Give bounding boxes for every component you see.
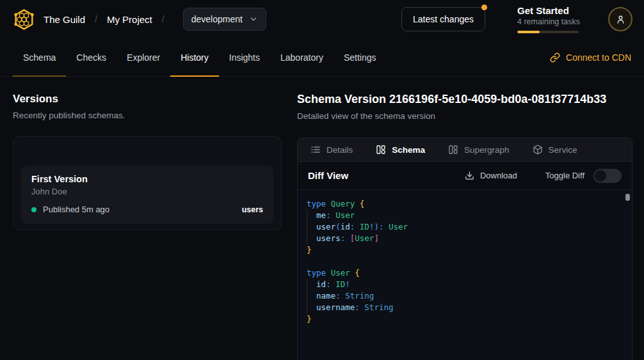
notification-dot [481, 4, 487, 10]
get-started-title: Get Started [517, 5, 579, 16]
nav-tab-checks[interactable]: Checks [66, 38, 117, 76]
version-list-item[interactable]: First Version John Doe Published 5m ago … [21, 166, 273, 224]
cube-icon [533, 145, 543, 155]
indent-guide [307, 210, 307, 244]
detail-tab-details[interactable]: Details [310, 145, 353, 155]
version-title: First Version [31, 174, 263, 184]
get-started-progressbar [517, 31, 579, 33]
main-content: Versions Recently published schemas. Fir… [0, 77, 644, 360]
breadcrumb: The Guild / My Project / [44, 14, 174, 25]
version-service-badge: users [242, 205, 263, 214]
tab-underline [13, 75, 66, 77]
code-line: username: String [307, 302, 616, 313]
code-line [307, 256, 616, 267]
versions-title: Versions [13, 93, 282, 106]
vertical-scrollbar-thumb[interactable] [625, 194, 630, 201]
nav-tab-label: Checks [76, 52, 106, 63]
download-icon [465, 171, 474, 180]
diff-view-title: Diff View [308, 170, 348, 181]
breadcrumb-org[interactable]: The Guild [44, 14, 85, 25]
schema-code-viewer[interactable]: type Query { me: User user(id: ID!): Use… [298, 189, 632, 360]
breadcrumb-separator: / [162, 14, 165, 24]
detail-tab-schema[interactable]: Schema [376, 145, 425, 155]
nav-tab-schema[interactable]: Schema [13, 38, 66, 76]
diff-toolbar: Diff View Download Toggle Diff [298, 162, 632, 189]
tab-underline [170, 75, 219, 77]
version-detail-panel: Details Schema [297, 137, 632, 360]
download-button[interactable]: Download [465, 171, 517, 180]
nav-tab-settings[interactable]: Settings [334, 38, 387, 76]
download-label: Download [480, 171, 517, 180]
code-line: } [307, 244, 616, 256]
get-started-subtitle: 4 remaining tasks [517, 17, 579, 26]
version-detail-subtitle: Detailed view of the schema version [297, 111, 632, 121]
code-line: user(id: ID!): User [307, 221, 616, 233]
toggle-diff-label: Toggle Diff [545, 171, 584, 180]
toggle-diff-switch[interactable] [593, 169, 622, 183]
columns-icon [448, 145, 458, 155]
breadcrumb-separator: / [95, 14, 97, 24]
detail-tab-supergraph[interactable]: Supergraph [448, 145, 510, 155]
version-detail: Schema Version 2166196f-5e10-4059-bd0a-0… [294, 77, 644, 360]
target-select-value: development [191, 14, 243, 24]
code-line: name: String [307, 290, 616, 302]
indent-guide [307, 279, 307, 313]
hive-logo-icon[interactable] [12, 7, 36, 31]
app-root: The Guild / My Project / development Lat… [0, 0, 644, 360]
nav-tab-insights[interactable]: Insights [219, 38, 270, 76]
version-meta-row: Published 5m ago users [31, 205, 263, 214]
code-line: type Query { [307, 198, 616, 210]
code-line: type User { [307, 267, 616, 279]
detail-tab-label: Supergraph [464, 145, 510, 155]
versions-card: First Version John Doe Published 5m ago … [13, 136, 282, 230]
latest-changes-button[interactable]: Latest changes [401, 7, 485, 31]
code-line: users: [User] [307, 233, 616, 244]
diff-actions: Download Toggle Diff [465, 169, 622, 183]
code-content: type Query { me: User user(id: ID!): Use… [307, 198, 616, 325]
tab-underline [66, 75, 117, 77]
connect-to-cdn-label: Connect to CDN [566, 52, 631, 63]
person-icon [615, 14, 626, 25]
nav-tab-label: Explorer [127, 52, 160, 63]
nav-tab-laboratory[interactable]: Laboratory [270, 38, 334, 76]
chevron-down-icon [249, 15, 258, 24]
detail-tab-service[interactable]: Service [533, 145, 577, 155]
detail-tab-label: Service [549, 145, 577, 155]
nav-tab-label: History [181, 52, 209, 63]
code-line: me: User [307, 210, 616, 221]
nav-tab-label: Laboratory [280, 52, 323, 63]
link-icon [550, 52, 560, 63]
latest-changes-label: Latest changes [413, 14, 474, 24]
detail-tabs: Details Schema [298, 138, 632, 162]
detail-tab-label: Details [326, 145, 353, 155]
progress-fill [517, 31, 540, 33]
detail-tab-label: Schema [392, 145, 425, 155]
version-detail-title: Schema Version 2166196f-5e10-4059-bd0a-0… [297, 93, 632, 106]
target-select[interactable]: development [183, 8, 266, 31]
primary-nav: Schema Checks Explorer History Insights … [0, 38, 644, 77]
top-header: The Guild / My Project / development Lat… [0, 0, 644, 38]
version-status: Published 5m ago [43, 205, 109, 214]
version-author: John Doe [31, 187, 263, 196]
user-avatar[interactable] [608, 7, 632, 31]
nav-tab-explorer[interactable]: Explorer [117, 38, 170, 76]
nav-tab-history[interactable]: History [170, 38, 219, 76]
connect-to-cdn-link[interactable]: Connect to CDN [550, 38, 631, 76]
nav-tab-label: Insights [229, 52, 260, 63]
columns-icon [376, 145, 386, 155]
tab-underline [270, 75, 334, 77]
nav-tab-label: Schema [23, 52, 56, 63]
tab-underline [334, 75, 387, 77]
list-icon [310, 145, 321, 155]
code-line: } [307, 313, 616, 325]
published-status-dot [31, 207, 36, 212]
versions-subtitle: Recently published schemas. [13, 111, 282, 120]
code-line: id: ID! [307, 279, 616, 290]
nav-tab-label: Settings [344, 52, 376, 63]
breadcrumb-project[interactable]: My Project [107, 14, 152, 25]
switch-knob [595, 170, 606, 182]
versions-sidebar: Versions Recently published schemas. Fir… [0, 77, 294, 360]
tab-underline [117, 75, 170, 77]
tab-underline [219, 75, 270, 77]
get-started-widget[interactable]: Get Started 4 remaining tasks [517, 5, 579, 33]
